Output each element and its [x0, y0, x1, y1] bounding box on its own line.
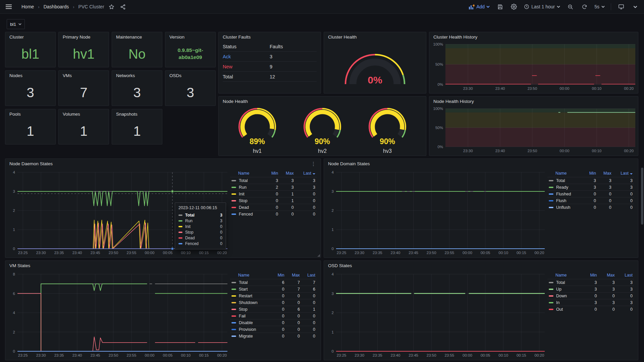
- toolbar-collapse-button[interactable]: [631, 3, 639, 11]
- refresh-interval-picker[interactable]: 5s: [594, 4, 605, 9]
- add-panel-button[interactable]: Add: [469, 4, 490, 9]
- legend-header-last[interactable]: Last: [616, 272, 634, 279]
- series-color-chip: [178, 226, 182, 227]
- legend-row[interactable]: Start076: [230, 286, 317, 293]
- column-header-faults[interactable]: Faults: [270, 44, 317, 49]
- legend-row[interactable]: Total333: [547, 279, 634, 286]
- legend-header-name[interactable]: Name: [230, 272, 272, 279]
- legend-row[interactable]: Migrate000: [230, 333, 317, 340]
- node-domain-states-chart[interactable]: 0123423:2523:3023:3523:4023:4523:5023:55…: [325, 169, 547, 257]
- menu-toggle-button[interactable]: [5, 3, 13, 11]
- legend-header-last[interactable]: Last: [301, 272, 317, 279]
- legend-header-last[interactable]: Last: [613, 170, 634, 177]
- chart-tooltip: 2023-12-11 00:06:15Total3Run3Init0Stop0D…: [175, 202, 226, 249]
- series-color-chip: [549, 282, 553, 283]
- legend-row[interactable]: Stop061: [230, 306, 317, 313]
- legend-row[interactable]: Up333: [547, 286, 634, 293]
- legend-row[interactable]: Total333: [230, 177, 317, 184]
- legend-row[interactable]: Run233: [230, 184, 317, 191]
- cluster-health-history-panel: Cluster Health History 0%50%100%23:3023:…: [429, 32, 638, 94]
- legend-header-max[interactable]: Max: [286, 272, 301, 279]
- svg-text:2: 2: [332, 311, 334, 315]
- panel-menu-button[interactable]: ⋮: [310, 161, 317, 166]
- node-domain-states-panel: Node Domain States 0123423:2523:3023:352…: [324, 159, 638, 258]
- svg-text:00:20: 00:20: [535, 353, 544, 357]
- node-health-gauge: 89%hv1: [231, 106, 284, 154]
- legend-row[interactable]: Provision000: [230, 326, 317, 333]
- page-scrollbar[interactable]: [641, 168, 643, 225]
- legend-header-max[interactable]: Max: [597, 170, 613, 177]
- share-button[interactable]: [119, 3, 127, 11]
- dashboard-settings-button[interactable]: [510, 3, 518, 11]
- legend-row[interactable]: In333: [547, 299, 634, 306]
- time-range-picker[interactable]: Last 1 hour: [524, 4, 560, 9]
- stat-value: 3: [165, 82, 215, 103]
- stat-panel-maintenance: Maintenance No: [112, 32, 162, 67]
- legend-header-name[interactable]: Name: [547, 170, 584, 177]
- legend-row[interactable]: Out000: [547, 306, 634, 313]
- legend-row[interactable]: Fail000: [230, 313, 317, 319]
- legend-header-min[interactable]: Min: [584, 170, 597, 177]
- faults-table-header: Status Faults: [223, 42, 317, 52]
- legend-row[interactable]: Flush000: [547, 197, 634, 204]
- node-health-history-chart[interactable]: 0%50%100%23:3023:4023:5000:0000:1000:20: [430, 106, 637, 155]
- svg-text:23:40: 23:40: [495, 86, 505, 90]
- svg-text:23:30: 23:30: [36, 251, 46, 255]
- legend-row[interactable]: Init010: [230, 191, 317, 197]
- refresh-button[interactable]: [580, 3, 588, 11]
- add-label: Add: [476, 4, 485, 9]
- svg-text:23:50: 23:50: [109, 353, 118, 357]
- fault-status[interactable]: Ack: [223, 54, 270, 59]
- legend-row[interactable]: Ready333: [547, 184, 634, 191]
- legend-row[interactable]: Shutdown000: [230, 299, 317, 306]
- legend-row[interactable]: Unflush000: [547, 204, 634, 211]
- svg-text:50%: 50%: [435, 126, 443, 130]
- legend-row[interactable]: Fenced000: [230, 211, 317, 218]
- svg-text:50%: 50%: [435, 62, 443, 66]
- svg-text:00:15: 00:15: [199, 251, 209, 255]
- refresh-interval-label: 5s: [594, 4, 599, 9]
- legend-header-max[interactable]: Max: [279, 170, 295, 177]
- save-dashboard-button[interactable]: [496, 3, 504, 11]
- legend-row[interactable]: Dead000: [230, 204, 317, 211]
- legend-row[interactable]: Disable000: [230, 319, 317, 326]
- breadcrumb-dashboards[interactable]: Dashboards: [44, 4, 69, 9]
- legend-row[interactable]: Down000: [547, 293, 634, 299]
- column-header-status[interactable]: Status: [223, 44, 270, 49]
- legend-row[interactable]: Total677: [230, 279, 317, 286]
- svg-text:23:45: 23:45: [91, 251, 100, 255]
- panel-resize-handle[interactable]: [317, 254, 320, 257]
- legend-header-min[interactable]: Min: [272, 272, 286, 279]
- legend-header-max[interactable]: Max: [598, 272, 616, 279]
- series-color-chip: [231, 295, 236, 297]
- stat-value: bl1: [5, 44, 55, 64]
- legend-header-min[interactable]: Min: [582, 272, 598, 279]
- cluster-health-history-chart[interactable]: 0%50%100%23:3023:4023:5000:0000:1000:20: [430, 42, 637, 93]
- series-color-chip: [178, 243, 182, 244]
- series-color-chip: [549, 180, 553, 181]
- legend-row[interactable]: Total333: [547, 177, 634, 184]
- vm-states-chart[interactable]: 0246823:2523:3023:3523:4023:4523:5023:55…: [6, 271, 230, 359]
- legend-header-last[interactable]: Last: [295, 170, 317, 177]
- legend-row[interactable]: Flushed000: [547, 191, 634, 197]
- legend-header-min[interactable]: Min: [266, 170, 279, 177]
- favorite-star-button[interactable]: [108, 3, 116, 11]
- panel-title: Node Domain States: [324, 159, 638, 168]
- fault-status[interactable]: New: [223, 64, 270, 69]
- legend-row[interactable]: Restart000: [230, 293, 317, 299]
- legend-header-name[interactable]: Name: [547, 272, 582, 279]
- cluster-variable-dropdown[interactable]: bl1: [7, 19, 25, 29]
- stat-panel-primary-node: Primary Node hv1: [58, 32, 109, 67]
- breadcrumb-home[interactable]: Home: [21, 4, 34, 9]
- series-color-chip: [178, 237, 182, 239]
- osd-states-chart[interactable]: 0123423:2523:3023:3523:4023:4523:5023:55…: [325, 271, 547, 359]
- node-health-gauge: 90%hv3: [361, 106, 414, 154]
- hover-point: [171, 190, 174, 193]
- stat-value: 3: [5, 82, 55, 103]
- legend-header-name[interactable]: Name: [230, 170, 266, 177]
- legend-row[interactable]: Stop010: [230, 197, 317, 204]
- svg-text:00:20: 00:20: [624, 149, 634, 153]
- kiosk-mode-button[interactable]: [617, 3, 625, 11]
- vm-states-panel: VM States 0246823:2523:3023:3523:4023:45…: [5, 260, 321, 360]
- zoom-out-time-button[interactable]: [566, 3, 574, 11]
